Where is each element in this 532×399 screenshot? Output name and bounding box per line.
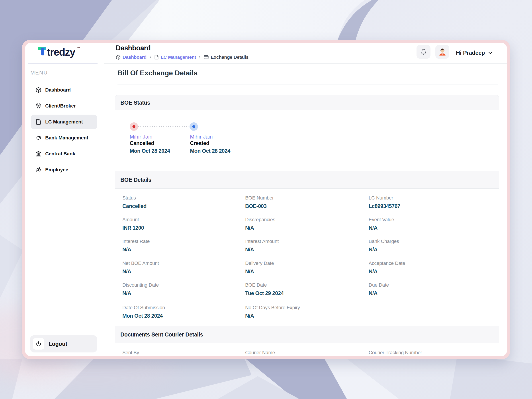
- svg-text:™: ™: [77, 47, 80, 50]
- svg-text:tredzy: tredzy: [47, 46, 75, 58]
